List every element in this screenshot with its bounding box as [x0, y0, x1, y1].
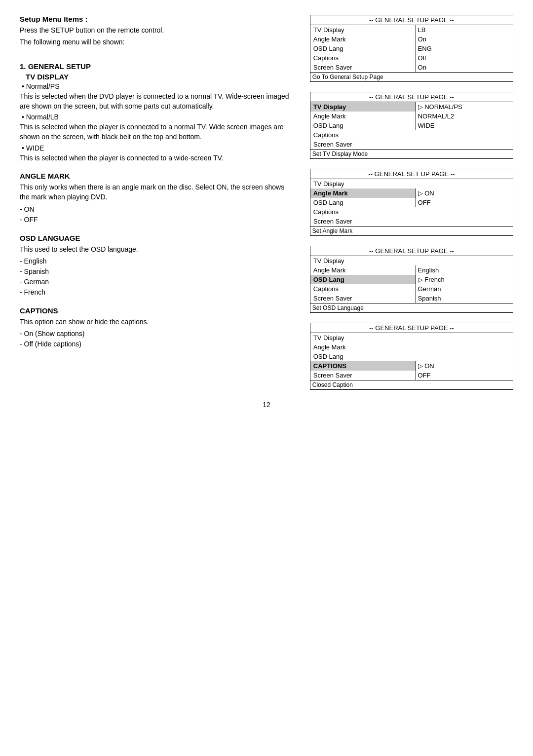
panel-2-row-2-value: WIDE [416, 121, 513, 130]
angle-mark-title: ANGLE MARK [20, 172, 295, 180]
panel-2-row-0-label: TV Display [310, 102, 416, 112]
panel-1-row-4: Screen SaverOn [310, 63, 513, 72]
setup-menu-header: Setup Menu Items : [20, 15, 295, 23]
panel-3-row-1-value: ▷ ON [416, 189, 513, 198]
panel-3-row-1: Angle Mark▷ ON [310, 189, 513, 198]
panel-2-row-0-value: ▷ NORMAL/PS [416, 102, 513, 112]
panel-4-row-4: Screen SaverSpanish [310, 294, 513, 303]
panel-5-row-2-value [416, 352, 513, 361]
panel-5-row-4-value: OFF [416, 371, 513, 380]
setup-panel-2: -- GENERAL SETUP PAGE --TV Display▷ NORM… [310, 92, 513, 159]
panel-2-row-0: TV Display▷ NORMAL/PS [310, 102, 513, 112]
osd-lang-english: - English [20, 256, 295, 266]
panel-2-row-4: Screen Saver [310, 140, 513, 149]
captions-desc: This option can show or hide the caption… [20, 317, 295, 327]
angle-mark-desc: This only works when there is an angle m… [20, 182, 295, 202]
panel-3-row-2: OSD LangOFF [310, 198, 513, 207]
panel-3-row-4-label: Screen Saver [310, 217, 416, 226]
general-setup-title: 1. GENERAL SETUP [20, 62, 295, 71]
angle-mark-on: - ON [20, 204, 295, 215]
setup-panel-5: -- GENERAL SETUP PAGE --TV DisplayAngle … [310, 323, 513, 390]
panel-1-row-4-label: Screen Saver [310, 63, 416, 72]
osd-lang-spanish: - Spanish [20, 266, 295, 277]
panel-5-row-2: OSD Lang [310, 352, 513, 361]
right-column: -- GENERAL SETUP PAGE --TV DisplayLBAngl… [310, 15, 513, 391]
tv-display-bullet2: • Normal/LB [22, 113, 295, 121]
panel-3-row-3-value [416, 207, 513, 217]
setup-desc1: Press the SETUP button on the remote con… [20, 25, 295, 35]
tv-display-desc3: This is selected when the player is conn… [20, 153, 295, 163]
captions-off: - Off (Hide captions) [20, 339, 295, 349]
panel-5-row-1: Angle Mark [310, 342, 513, 352]
panel-2-row-4-value [416, 140, 513, 149]
panel-2-row-3-value [416, 130, 513, 140]
osd-language-desc: This used to select the OSD language. [20, 244, 295, 254]
panel-3-row-1-label: Angle Mark [310, 189, 416, 198]
panel-4-row-1-label: Angle Mark [310, 265, 416, 275]
panel-1-row-1-label: Angle Mark [310, 35, 416, 44]
panel-3-row-0-value [416, 179, 513, 189]
osd-lang-french: - French [20, 287, 295, 298]
panel-3-title: -- GENERAL SET UP PAGE -- [310, 169, 513, 179]
panel-1-row-2-value: ENG [416, 44, 513, 53]
panel-3-row-0: TV Display [310, 179, 513, 189]
panel-5-row-3-label: CAPTIONS [310, 361, 416, 371]
panel-3-row-4-value [416, 217, 513, 226]
panel-1-row-4-value: On [416, 63, 513, 72]
setup-panel-4: -- GENERAL SETUP PAGE --TV DisplayAngle … [310, 246, 513, 313]
tv-display-desc2: This is selected when the player is conn… [20, 122, 295, 142]
panel-1-row-3-label: Captions [310, 53, 416, 63]
panel-4-row-2-value: ▷ French [416, 275, 513, 284]
panel-5-row-2-label: OSD Lang [310, 352, 416, 361]
panel-4-row-0-label: TV Display [310, 256, 416, 265]
panel-2-row-2: OSD LangWIDE [310, 121, 513, 130]
page-number: 12 [20, 401, 513, 409]
panel-2-row-4-label: Screen Saver [310, 140, 416, 149]
panel-5-caption: Closed Caption [310, 380, 513, 389]
panel-4-row-0-value [416, 256, 513, 265]
panel-5-row-0-value [416, 333, 513, 342]
panel-4-row-0: TV Display [310, 256, 513, 265]
captions-on: - On (Show captions) [20, 329, 295, 339]
panel-5-row-1-value [416, 342, 513, 352]
panel-4-caption: Set OSD Language [310, 303, 513, 312]
panel-4-row-3-value: German [416, 284, 513, 294]
panel-1-title: -- GENERAL SETUP PAGE -- [310, 15, 513, 25]
panel-1-row-1: Angle MarkOn [310, 35, 513, 44]
panel-1-row-0-label: TV Display [310, 25, 416, 35]
panel-5-row-3-value: ▷ ON [416, 361, 513, 371]
panel-1-row-2: OSD LangENG [310, 44, 513, 53]
panel-3-row-3: Captions [310, 207, 513, 217]
panel-2-row-3: Captions [310, 130, 513, 140]
panel-5-row-4-label: Screen Saver [310, 371, 416, 380]
panel-4-row-3: CaptionsGerman [310, 284, 513, 294]
panel-1-row-3-value: Off [416, 53, 513, 63]
panel-4-row-2: OSD Lang▷ French [310, 275, 513, 284]
panel-5-row-0: TV Display [310, 333, 513, 342]
panel-2-caption: Set TV Display Mode [310, 149, 513, 158]
panel-4-row-4-value: Spanish [416, 294, 513, 303]
panel-5-row-0-label: TV Display [310, 333, 416, 342]
setup-panel-3: -- GENERAL SET UP PAGE --TV DisplayAngle… [310, 169, 513, 236]
setup-desc2: The following menu will be shown: [20, 37, 295, 47]
angle-mark-off: - OFF [20, 215, 295, 225]
panel-3-row-2-label: OSD Lang [310, 198, 416, 207]
panel-1-caption: Go To General Setup Page [310, 72, 513, 81]
panel-3-caption: Set Angle Mark [310, 226, 513, 235]
panel-4-row-3-label: Captions [310, 284, 416, 294]
osd-lang-german: - German [20, 277, 295, 287]
panel-5-row-4: Screen SaverOFF [310, 371, 513, 380]
osd-language-title: OSD LANGUAGE [20, 234, 295, 242]
panel-2-row-1-label: Angle Mark [310, 112, 416, 121]
panel-4-title: -- GENERAL SETUP PAGE -- [310, 246, 513, 256]
panel-5-row-1-label: Angle Mark [310, 342, 416, 352]
panel-2-title: -- GENERAL SETUP PAGE -- [310, 92, 513, 102]
panel-4-row-2-label: OSD Lang [310, 275, 416, 284]
panel-1-row-0-value: LB [416, 25, 513, 35]
tv-display-desc1: This is selected when the DVD player is … [20, 91, 295, 112]
panel-2-row-1-value: NORMAL/L2 [416, 112, 513, 121]
panel-2-row-1: Angle MarkNORMAL/L2 [310, 112, 513, 121]
panel-3-row-4: Screen Saver [310, 217, 513, 226]
panel-3-row-2-value: OFF [416, 198, 513, 207]
panel-3-row-3-label: Captions [310, 207, 416, 217]
